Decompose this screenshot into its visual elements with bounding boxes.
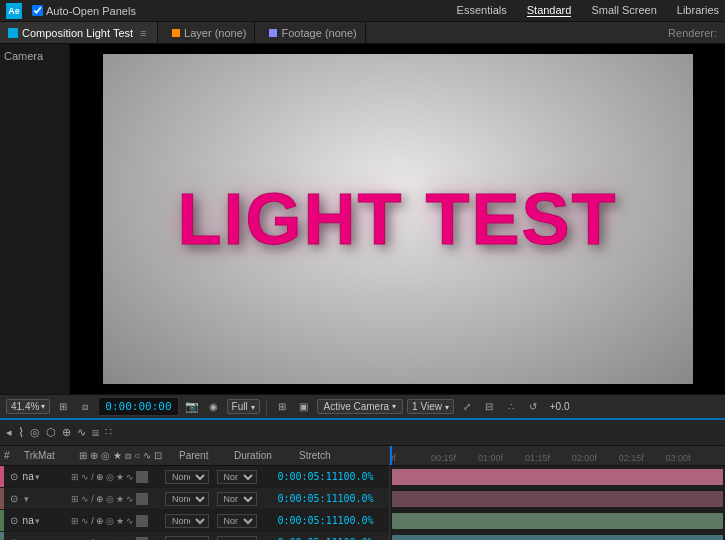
bar-row-1 bbox=[390, 466, 725, 488]
camera-snapshot-icon[interactable]: 📷 bbox=[183, 398, 201, 416]
motion-blur-icon[interactable]: ∿ bbox=[77, 426, 86, 439]
sw-3g[interactable]: ∿ bbox=[126, 516, 134, 526]
workspace-standard[interactable]: Standard bbox=[527, 4, 572, 17]
dur-select-3[interactable]: None bbox=[217, 514, 257, 528]
shape-icon[interactable]: ⬡ bbox=[46, 426, 56, 439]
layer-color-4 bbox=[0, 532, 4, 540]
fx-icon[interactable]: ⊕ bbox=[62, 426, 71, 439]
layer-parent-2: None bbox=[165, 492, 217, 506]
main-composition-area: Camera LIGHT TEST bbox=[0, 44, 725, 394]
fit-icon[interactable]: ⊞ bbox=[54, 398, 72, 416]
layer-color-2 bbox=[0, 488, 4, 509]
workspace-small-screen[interactable]: Small Screen bbox=[591, 4, 656, 17]
sw-2f[interactable]: ★ bbox=[116, 494, 124, 504]
sw-3c[interactable]: / bbox=[91, 516, 94, 526]
ruler-mark-15f: 00:15f bbox=[431, 453, 456, 463]
sw-2e[interactable]: ◎ bbox=[106, 494, 114, 504]
col-number: # bbox=[0, 450, 20, 461]
timeline-bar-1[interactable] bbox=[392, 469, 723, 485]
footage-icon bbox=[269, 29, 277, 37]
layer-expand-3[interactable]: ▾ bbox=[35, 516, 40, 526]
tab-composition[interactable]: Composition Light Test ≡ bbox=[0, 22, 158, 43]
sw-3a[interactable]: ⊞ bbox=[71, 516, 79, 526]
layer-dur-area-3: None bbox=[217, 514, 278, 528]
ruler-mark-0f: 0f bbox=[390, 453, 396, 463]
sw-2g[interactable]: ∿ bbox=[126, 494, 134, 504]
quality-select[interactable]: Full ▾ bbox=[227, 399, 260, 414]
switch-1e[interactable]: ◎ bbox=[106, 472, 114, 482]
composition-canvas: LIGHT TEST bbox=[103, 54, 693, 384]
parent-select-4[interactable]: None bbox=[165, 536, 209, 541]
switch-1b[interactable]: ∿ bbox=[81, 472, 89, 482]
color-wheel-icon[interactable]: ◉ bbox=[205, 398, 223, 416]
sw-2d[interactable]: ⊕ bbox=[96, 494, 104, 504]
layer-name-area-2: ▾ bbox=[23, 494, 72, 504]
layer-expand-1[interactable]: ▾ bbox=[35, 472, 40, 482]
reset-icon[interactable]: ↺ bbox=[524, 398, 542, 416]
sw-3e[interactable]: ◎ bbox=[106, 516, 114, 526]
timeline-bar-2[interactable] bbox=[392, 491, 723, 507]
auto-open-panels-checkbox[interactable]: Auto-Open Panels bbox=[32, 5, 136, 17]
light-test-title: LIGHT TEST bbox=[178, 178, 618, 260]
timeline-column-headers: # TrkMat ⊞⊕◎★⧈○∿⊡ Parent Duration Stretc… bbox=[0, 446, 389, 466]
dur-select-4[interactable]: None bbox=[217, 536, 257, 541]
tab-layer[interactable]: Layer (none) bbox=[164, 22, 255, 43]
layer-switches-4: ⊞ ∿ / ⊕ ◎ ★ ∿ bbox=[71, 537, 165, 541]
tab-menu-icon[interactable]: ≡ bbox=[137, 27, 149, 39]
sw-3b[interactable]: ∿ bbox=[81, 516, 89, 526]
timeline-bar-3[interactable] bbox=[392, 513, 723, 529]
sw-2b[interactable]: ∿ bbox=[81, 494, 89, 504]
sw-3f[interactable]: ★ bbox=[116, 516, 124, 526]
workspace-libraries[interactable]: Libraries bbox=[677, 4, 719, 17]
layer-switches-1: ⊞ ∿ / ⊕ ◎ ★ ∿ bbox=[71, 471, 165, 483]
layer-row-3: ⊙ na ▾ ⊞ ∿ / ⊕ ◎ ★ ∿ None bbox=[0, 510, 389, 532]
active-camera-select[interactable]: Active Camera ▾ bbox=[317, 399, 404, 414]
layer-row-1: ⊙ na ▾ ⊞ ∿ / ⊕ ◎ ★ ∿ None bbox=[0, 466, 389, 488]
view-select[interactable]: 1 View ▾ bbox=[407, 399, 454, 414]
3d-icon[interactable]: ∴ bbox=[502, 398, 520, 416]
workspace-essentials[interactable]: Essentials bbox=[457, 4, 507, 17]
layer-label-1: na bbox=[23, 471, 34, 482]
frame-icon[interactable]: ⧈ bbox=[76, 398, 94, 416]
switch-1a[interactable]: ⊞ bbox=[71, 472, 79, 482]
switch-1c[interactable]: / bbox=[91, 472, 94, 482]
switch-1g[interactable]: ∿ bbox=[126, 472, 134, 482]
zoom-control[interactable]: 41.4% ▾ bbox=[6, 399, 50, 414]
sw-2h[interactable] bbox=[136, 493, 148, 505]
switch-1h[interactable] bbox=[136, 471, 148, 483]
exposure-value: +0.0 bbox=[550, 401, 570, 412]
ae-logo: Ae bbox=[6, 3, 22, 19]
toggle-icon[interactable]: ◂ bbox=[6, 426, 12, 439]
dur-select-2[interactable]: None bbox=[217, 492, 257, 506]
parent-select-3[interactable]: None bbox=[165, 514, 209, 528]
share-icon[interactable]: ⤢ bbox=[458, 398, 476, 416]
safe-zone-icon[interactable]: ⊟ bbox=[480, 398, 498, 416]
sw-2a[interactable]: ⊞ bbox=[71, 494, 79, 504]
sw-3d[interactable]: ⊕ bbox=[96, 516, 104, 526]
switch-1f[interactable]: ★ bbox=[116, 472, 124, 482]
frame-blend-icon[interactable]: ⧇ bbox=[92, 426, 99, 439]
switch-1d[interactable]: ⊕ bbox=[96, 472, 104, 482]
sw-4h[interactable] bbox=[136, 537, 148, 541]
layer-visibility-2[interactable]: ⊙ bbox=[6, 493, 23, 504]
parent-select-2[interactable]: None bbox=[165, 492, 209, 506]
dur-select-1[interactable]: None bbox=[217, 470, 257, 484]
col-parent: Parent bbox=[175, 450, 230, 461]
parent-link-icon[interactable]: ⌇ bbox=[18, 425, 24, 440]
timecode-display[interactable]: 0:00:00:00 bbox=[98, 397, 178, 416]
display-icon[interactable]: ▣ bbox=[295, 398, 313, 416]
mask-icon[interactable]: ◎ bbox=[30, 426, 40, 439]
sw-2c[interactable]: / bbox=[91, 494, 94, 504]
3d-layer-icon[interactable]: ∷ bbox=[105, 426, 112, 439]
col-stretch: Stretch bbox=[295, 450, 345, 461]
layer-visibility-3[interactable]: ⊙ bbox=[6, 515, 23, 526]
sw-3h[interactable] bbox=[136, 515, 148, 527]
layer-visibility-1[interactable]: ⊙ bbox=[6, 471, 23, 482]
tab-footage[interactable]: Footage (none) bbox=[261, 22, 365, 43]
composition-view[interactable]: LIGHT TEST bbox=[70, 44, 725, 394]
layer-expand-2[interactable]: ▾ bbox=[24, 494, 29, 504]
layer-parent-4: None bbox=[165, 536, 217, 541]
grid-icon[interactable]: ⊞ bbox=[273, 398, 291, 416]
timeline-bar-4[interactable] bbox=[392, 535, 723, 540]
parent-select-1[interactable]: None bbox=[165, 470, 209, 484]
